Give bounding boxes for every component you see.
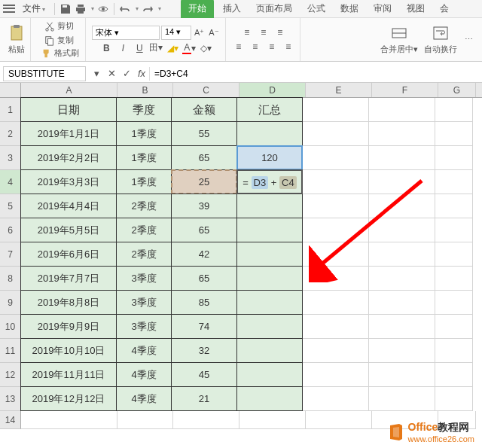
row-4: 4 2019年3月3日 1季度 25 = D3 + C4 xyxy=(0,170,482,194)
confirm-formula-icon[interactable]: ✓ xyxy=(119,68,134,79)
tab-start[interactable]: 开始 xyxy=(181,0,214,18)
dropdown-icon[interactable]: ▾ xyxy=(89,68,104,79)
divider xyxy=(54,3,55,15)
preview-icon[interactable] xyxy=(97,3,109,15)
cell-D4-editing[interactable]: = D3 + C4 xyxy=(236,169,303,194)
office-logo-icon xyxy=(387,423,405,441)
tab-more[interactable]: 会 xyxy=(434,0,455,18)
align-middle-icon[interactable]: ≡ xyxy=(257,26,270,38)
formula-input[interactable]: =D3+C4 xyxy=(149,67,482,81)
cell-A3[interactable]: 2019年2月2日 xyxy=(20,145,117,170)
dropdown-icon[interactable]: ▾ xyxy=(136,5,139,12)
row-11: 11 2019年10月10日 4季度 32 xyxy=(0,339,482,363)
indent-icon[interactable]: ≡ xyxy=(282,41,295,53)
cell-A2[interactable]: 2019年1月1日 xyxy=(20,121,117,146)
cancel-formula-icon[interactable]: ✕ xyxy=(104,68,119,79)
cell-D3[interactable]: 120 xyxy=(236,145,303,170)
row-6: 6 2019年5月5日 2季度 65 xyxy=(0,218,482,242)
paste-button[interactable]: 粘贴 xyxy=(8,24,26,55)
effects-icon[interactable]: ◇▾ xyxy=(199,42,212,54)
tab-data[interactable]: 数据 xyxy=(334,0,365,18)
align-bottom-icon[interactable]: ≡ xyxy=(273,26,287,38)
cell-C3[interactable]: 65 xyxy=(171,145,237,170)
align-right-icon[interactable]: ≡ xyxy=(265,41,279,53)
svg-point-0 xyxy=(102,8,105,11)
cut-button[interactable]: 剪切 xyxy=(43,20,75,32)
dropdown-icon[interactable]: ▾ xyxy=(91,5,94,12)
copy-button[interactable]: 复制 xyxy=(43,34,75,47)
cell-E1[interactable] xyxy=(303,98,369,122)
cell-B1[interactable]: 季度 xyxy=(116,97,172,122)
border-icon[interactable]: 田▾ xyxy=(149,42,163,54)
font-color-icon[interactable]: A▾ xyxy=(182,42,196,54)
row-7: 7 2019年6月6日 2季度 42 xyxy=(0,242,482,267)
format-painter-button[interactable]: 格式刷 xyxy=(40,47,81,59)
increase-font-icon[interactable]: A⁺ xyxy=(193,26,206,40)
tab-review[interactable]: 审阅 xyxy=(368,0,398,18)
cell-C4[interactable]: 25 xyxy=(171,169,237,194)
row-header-1[interactable]: 1 xyxy=(0,98,21,122)
bold-icon[interactable]: B xyxy=(99,42,113,54)
row-1: 1 日期 季度 金额 汇总 xyxy=(0,98,482,122)
row-5: 5 2019年4月4日 2季度 39 xyxy=(0,194,482,218)
row-header-4[interactable]: 4 xyxy=(0,170,21,194)
tab-formula[interactable]: 公式 xyxy=(301,0,331,18)
italic-icon[interactable]: I xyxy=(116,42,130,54)
col-header-G[interactable]: G xyxy=(438,83,476,97)
wrap-button[interactable]: 自动换行 xyxy=(424,24,457,55)
redo-icon[interactable] xyxy=(142,3,154,15)
col-header-B[interactable]: B xyxy=(117,83,173,97)
merge-button[interactable]: 合并居中▾ xyxy=(380,24,418,55)
font-size-select[interactable]: 14 ▾ xyxy=(161,26,191,40)
name-box[interactable] xyxy=(3,66,86,81)
ref-D3: D3 xyxy=(252,176,269,189)
cell-D1[interactable]: 汇总 xyxy=(236,97,303,122)
col-header-A[interactable]: A xyxy=(21,83,117,97)
col-header-C[interactable]: C xyxy=(173,83,239,97)
print-icon[interactable] xyxy=(75,3,87,15)
more-icon[interactable]: ⋯ xyxy=(463,24,474,55)
cell-B2[interactable]: 1季度 xyxy=(116,121,172,146)
watermark: Office教程网 www.office26.com xyxy=(387,421,474,443)
cell-C1[interactable]: 金额 xyxy=(171,97,237,122)
fx-icon[interactable]: fx xyxy=(134,68,149,79)
row-13: 13 2019年12月12日 4季度 21 xyxy=(0,387,482,411)
tab-layout[interactable]: 页面布局 xyxy=(250,0,298,18)
hamburger-icon[interactable] xyxy=(3,4,15,14)
ref-C4: C4 xyxy=(279,176,297,189)
cell-B4[interactable]: 1季度 xyxy=(116,169,172,194)
tab-view[interactable]: 视图 xyxy=(401,0,431,18)
cell-A4[interactable]: 2019年3月3日 xyxy=(20,169,117,194)
row-header-2[interactable]: 2 xyxy=(0,122,21,146)
cell-C2[interactable]: 55 xyxy=(171,121,237,146)
align-left-icon[interactable]: ≡ xyxy=(232,41,246,53)
decrease-font-icon[interactable]: A⁻ xyxy=(207,26,220,40)
row-2: 2 2019年1月1日 1季度 55 xyxy=(0,122,482,146)
menubar: 文件▾ ▾ ▾ ▾ 开始 插入 页面布局 公式 数据 审阅 视图 会 xyxy=(0,0,482,18)
col-header-E[interactable]: E xyxy=(306,83,372,97)
col-header-F[interactable]: F xyxy=(372,83,438,97)
row-header-3[interactable]: 3 xyxy=(0,146,21,170)
tab-insert[interactable]: 插入 xyxy=(217,0,247,18)
select-all-corner[interactable] xyxy=(0,83,21,97)
row-header-5[interactable]: 5 xyxy=(0,194,21,218)
font-name-select[interactable]: 宋体 ▾ xyxy=(92,26,160,40)
undo-icon[interactable] xyxy=(119,3,131,15)
svg-rect-6 xyxy=(47,38,53,45)
ribbon: 粘贴 剪切 复制 格式刷 宋体 ▾ 14 ▾ A⁺ A⁻ B I U 田▾ ◢▾… xyxy=(0,18,482,62)
align-center-icon[interactable]: ≡ xyxy=(249,41,262,53)
cell-A1[interactable]: 日期 xyxy=(20,97,117,122)
cell-F1[interactable] xyxy=(369,98,435,122)
col-header-D[interactable]: D xyxy=(239,83,306,97)
file-menu[interactable]: 文件▾ xyxy=(18,1,50,17)
cell-G1[interactable] xyxy=(435,98,473,122)
cell-D2[interactable] xyxy=(236,121,303,146)
underline-icon[interactable]: U xyxy=(133,42,146,54)
align-top-icon[interactable]: ≡ xyxy=(240,26,254,38)
watermark-title-2: 教程网 xyxy=(438,421,469,433)
save-icon[interactable] xyxy=(59,3,72,15)
row-12: 12 2019年11月11日 4季度 45 xyxy=(0,363,482,387)
fill-color-icon[interactable]: ◢▾ xyxy=(166,42,179,54)
dropdown-icon[interactable]: ▾ xyxy=(158,5,161,12)
cell-B3[interactable]: 1季度 xyxy=(116,145,172,170)
